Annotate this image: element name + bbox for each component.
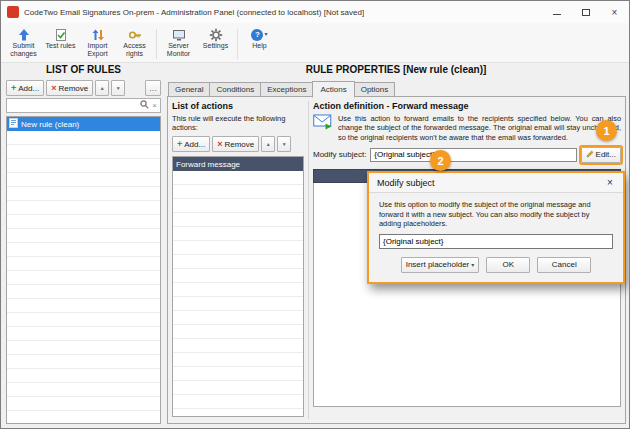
add-rule-label: Add...	[18, 84, 39, 93]
dialog-body: Use this option to modify the subject of…	[369, 193, 623, 282]
minimize-icon	[553, 14, 561, 15]
action-row-selected[interactable]: Forward message	[173, 157, 303, 171]
more-options-button[interactable]: …	[145, 80, 161, 96]
action-definition-info: Use this action to forward emails to the…	[313, 114, 621, 142]
toolbar-server-monitor[interactable]: Server Monitor	[160, 25, 197, 57]
tab-options[interactable]: Options	[354, 82, 396, 97]
modify-subject-row: Modify subject: Edit...	[313, 147, 621, 163]
maximize-icon	[582, 9, 590, 16]
toolbar-test-rules[interactable]: Test rules	[42, 25, 79, 50]
dialog-buttons: Insert placeholder ▾ OK Cancel	[379, 257, 613, 273]
remove-rule-button[interactable]: × Remove	[46, 80, 93, 96]
insert-placeholder-label: Insert placeholder	[406, 260, 470, 269]
app-window: CodeTwo Email Signatures On-prem - Admin…	[0, 0, 630, 429]
properties-tabs: General Conditions Exceptions Actions Op…	[168, 81, 394, 97]
server-monitor-icon	[172, 27, 186, 42]
ellipsis-icon: …	[149, 84, 157, 93]
modify-subject-value[interactable]	[370, 148, 576, 162]
chevron-down-icon: ▾	[471, 261, 474, 268]
maximize-button[interactable]	[571, 1, 600, 23]
search-input[interactable]	[10, 101, 137, 110]
toolbar-label: Server Monitor	[160, 42, 197, 57]
actions-list-header: List of actions	[172, 101, 304, 111]
properties-section-title: RULE PROPERTIES [New rule (clean)]	[166, 64, 626, 75]
toolbar-label: Test rules	[46, 42, 76, 50]
up-arrow-icon: ▲	[266, 141, 271, 147]
action-name: Forward message	[176, 160, 240, 169]
actions-list[interactable]: Forward message	[172, 156, 304, 417]
toolbar-submit-changes[interactable]: Submit changes	[5, 25, 42, 57]
panel-divider	[308, 101, 309, 419]
tab-general[interactable]: General	[168, 82, 210, 97]
plus-icon: +	[177, 139, 182, 149]
ok-button[interactable]: OK	[486, 257, 530, 273]
dialog-title-bar[interactable]: Modify subject ×	[369, 173, 623, 193]
settings-gear-icon	[209, 27, 223, 42]
close-icon: ×	[607, 177, 613, 188]
subject-input[interactable]	[379, 234, 613, 249]
rules-list[interactable]: New rule (clean)	[6, 116, 161, 424]
step-1-badge: 1	[596, 120, 617, 141]
add-rule-button[interactable]: + Add...	[6, 80, 44, 96]
toolbar-settings[interactable]: Settings	[197, 25, 234, 50]
cross-icon: ×	[217, 139, 222, 149]
submit-changes-icon	[17, 27, 31, 42]
actions-toolbar: + Add... × Remove ▲ ▼	[172, 136, 304, 152]
cancel-button[interactable]: Cancel	[537, 257, 591, 273]
move-action-down-button[interactable]: ▼	[277, 136, 291, 152]
edit-subject-button[interactable]: Edit...	[581, 147, 621, 163]
add-action-button[interactable]: + Add...	[172, 136, 210, 152]
close-icon: ×	[612, 7, 618, 18]
rules-section-title: LIST OF RULES	[1, 64, 166, 75]
insert-placeholder-button[interactable]: Insert placeholder ▾	[401, 257, 480, 273]
rule-name: New rule (clean)	[21, 120, 79, 129]
chevron-down-icon: ▾	[264, 31, 267, 39]
plus-icon: +	[11, 83, 16, 93]
minimize-button[interactable]	[542, 1, 571, 23]
remove-action-label: Remove	[224, 140, 254, 149]
toolbar-access-rights[interactable]: Access rights	[116, 25, 153, 57]
rules-search-box: ×	[6, 98, 161, 113]
toolbar-separator	[156, 29, 157, 59]
down-arrow-icon: ▼	[282, 141, 287, 147]
search-icon	[140, 100, 149, 111]
cross-icon: ×	[51, 83, 56, 93]
tab-actions[interactable]: Actions	[312, 81, 354, 98]
title-bar[interactable]: CodeTwo Email Signatures On-prem - Admin…	[1, 1, 629, 23]
actions-list-panel: List of actions This rule will execute t…	[172, 101, 304, 152]
window-controls: ×	[542, 1, 629, 23]
move-rule-down-button[interactable]: ▼	[111, 80, 125, 96]
remove-action-button[interactable]: × Remove	[212, 136, 259, 152]
up-arrow-icon: ▲	[100, 85, 105, 91]
toolbar-separator	[237, 29, 238, 59]
actions-list-description: This rule will execute the following act…	[172, 114, 304, 132]
rules-toolbar: + Add... × Remove ▲ ▼ …	[6, 80, 161, 96]
move-rule-up-button[interactable]: ▲	[95, 80, 109, 96]
toolbar-label: Access rights	[116, 42, 153, 57]
down-arrow-icon: ▼	[116, 85, 121, 91]
tab-conditions[interactable]: Conditions	[209, 82, 261, 97]
action-definition-description: Use this action to forward emails to the…	[338, 114, 621, 142]
edit-subject-label: Edit...	[596, 150, 616, 159]
remove-rule-label: Remove	[58, 84, 88, 93]
step-2-badge: 2	[430, 150, 451, 171]
toolbar-import-export[interactable]: Import Export	[79, 25, 116, 57]
toolbar-help[interactable]: ? ▾ Help	[241, 25, 278, 50]
test-rules-icon	[54, 27, 68, 42]
move-action-up-button[interactable]: ▲	[261, 136, 275, 152]
toolbar-label: Submit changes	[5, 42, 42, 57]
close-button[interactable]: ×	[600, 1, 629, 23]
pencil-icon	[586, 150, 594, 160]
add-action-label: Add...	[184, 140, 205, 149]
dialog-description: Use this option to modify the subject of…	[379, 200, 613, 229]
dialog-close-button[interactable]: ×	[597, 173, 623, 192]
rule-row-selected[interactable]: New rule (clean)	[7, 117, 160, 131]
access-rights-icon	[128, 27, 142, 42]
clear-search-icon[interactable]: ×	[152, 101, 157, 110]
window-title: CodeTwo Email Signatures On-prem - Admin…	[24, 8, 364, 17]
ok-label: OK	[503, 260, 515, 269]
help-icon: ?	[251, 29, 263, 41]
app-logo-icon	[7, 6, 19, 18]
modify-subject-label: Modify subject:	[313, 150, 366, 159]
tab-exceptions[interactable]: Exceptions	[260, 82, 313, 97]
